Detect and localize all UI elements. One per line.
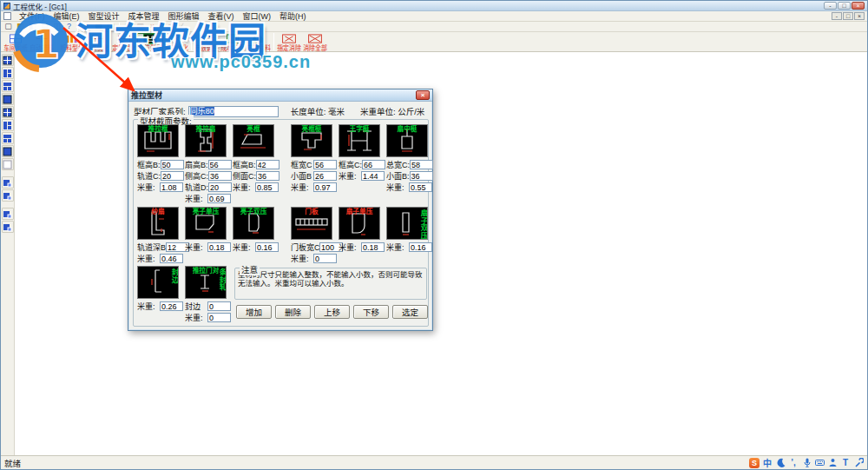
- profile-preview[interactable]: 亮框梃: [291, 124, 332, 157]
- parameter-input[interactable]: [410, 171, 433, 181]
- parameter-input[interactable]: [160, 182, 183, 192]
- profile-preview[interactable]: 王字梃: [339, 124, 380, 157]
- menu-item[interactable]: 成本管理: [124, 10, 164, 22]
- profile-preview[interactable]: 亮框: [233, 124, 274, 157]
- sogou-logo[interactable]: S: [749, 458, 760, 468]
- table-icon[interactable]: ▥: [135, 22, 146, 31]
- dialog-close-icon[interactable]: ×: [416, 90, 430, 100]
- parameter-input[interactable]: [410, 160, 433, 169]
- new-icon[interactable]: ▢: [3, 22, 14, 31]
- parameter-input[interactable]: [409, 182, 432, 192]
- window-type-button-9[interactable]: [2, 158, 14, 170]
- profile-preview[interactable]: 扇子双压: [386, 207, 428, 240]
- menu-item[interactable]: 帮助(H): [275, 10, 311, 22]
- window-type-button-3[interactable]: [2, 80, 14, 92]
- menu-item[interactable]: 窗口(W): [239, 10, 276, 22]
- zoom-icon[interactable]: ○: [164, 22, 175, 31]
- parameter-input[interactable]: [409, 242, 432, 252]
- person-icon[interactable]: [827, 458, 838, 468]
- parameter-input[interactable]: [256, 160, 279, 169]
- delete-button[interactable]: 删除: [275, 305, 311, 319]
- moon-icon[interactable]: [775, 458, 786, 468]
- parameter-input[interactable]: [208, 160, 232, 169]
- parameter-input[interactable]: [256, 171, 279, 181]
- window-type-button-1[interactable]: [2, 54, 14, 66]
- grid-icon[interactable]: ▦: [122, 22, 134, 31]
- menu-item[interactable]: 文件(F): [15, 10, 49, 22]
- parameter-input[interactable]: [361, 242, 385, 252]
- cut-icon[interactable]: ×: [81, 22, 92, 31]
- parameter-input[interactable]: [160, 254, 183, 263]
- add-button[interactable]: 增加: [236, 305, 272, 319]
- profile-preview[interactable]: 纱扇: [137, 207, 179, 240]
- wrench-icon[interactable]: [853, 458, 864, 468]
- profile-preview[interactable]: 门板: [291, 207, 332, 240]
- close-button[interactable]: ×: [852, 2, 865, 10]
- help-icon[interactable]: ?: [63, 22, 75, 31]
- parameter-input[interactable]: [362, 160, 385, 169]
- toolbar-button-workshop[interactable]: 车间图纸: [3, 33, 29, 53]
- toolbar-button-remove-all[interactable]: 消除全部: [302, 33, 328, 53]
- toolbar-button-scrap[interactable]: 断料型材: [59, 33, 85, 53]
- profile-preview[interactable]: 推拉扇: [185, 124, 227, 157]
- toolbar-button-cost[interactable]: 成本核算: [220, 33, 246, 53]
- parameter-input[interactable]: [160, 301, 183, 311]
- parameter-input[interactable]: [161, 160, 184, 169]
- mdi-restore-button[interactable]: □: [843, 12, 853, 20]
- parameter-input[interactable]: [161, 171, 184, 181]
- toolbar-button-remove-selected[interactable]: 指定消除: [276, 33, 302, 53]
- toolbar-button-clear[interactable]: 清空优化: [163, 33, 189, 53]
- profile-preview[interactable]: 推拉门对条封轧: [185, 266, 227, 299]
- chinese-mode-icon[interactable]: 中: [762, 458, 773, 468]
- window-type-button-5[interactable]: [2, 106, 14, 118]
- profile-preview[interactable]: 扇子单压: [339, 207, 380, 240]
- window-type-button-13[interactable]: [2, 221, 14, 233]
- menu-item[interactable]: 窗型设计: [84, 10, 124, 22]
- window-type-button-10[interactable]: [2, 176, 14, 189]
- window-type-button-7[interactable]: [2, 132, 14, 144]
- mic-icon[interactable]: [801, 458, 812, 468]
- parameter-input[interactable]: [255, 182, 279, 192]
- menu-item[interactable]: 查看(V): [204, 10, 239, 22]
- preview-icon[interactable]: ◫: [51, 22, 62, 31]
- window-type-button-2[interactable]: [2, 67, 14, 79]
- parameter-input[interactable]: [207, 301, 231, 311]
- open-icon[interactable]: ◩: [15, 22, 26, 31]
- mdi-close-button[interactable]: ×: [854, 12, 865, 20]
- parameter-input[interactable]: [207, 313, 231, 322]
- punctuation-icon[interactable]: ’,: [788, 458, 799, 468]
- parameter-input[interactable]: [313, 182, 337, 192]
- profile-preview[interactable]: 亮子双压: [233, 207, 274, 240]
- menu-item[interactable]: 图形编辑: [164, 10, 204, 22]
- profile-preview[interactable]: 亮子单压: [185, 207, 227, 240]
- toolbar-button-adjust[interactable]: 参数调整: [194, 33, 220, 53]
- minimize-button[interactable]: -: [824, 2, 837, 10]
- move-down-button[interactable]: 下移: [353, 305, 389, 319]
- skin-icon[interactable]: T: [840, 458, 851, 468]
- profile-preview[interactable]: 推拉框: [137, 124, 179, 157]
- copy-icon[interactable]: ▦: [93, 22, 104, 31]
- parameter-input[interactable]: [207, 242, 231, 252]
- parameter-input[interactable]: [255, 242, 279, 252]
- save-icon[interactable]: ◧: [27, 22, 38, 31]
- restore-button[interactable]: □: [838, 2, 851, 10]
- window-type-button-11[interactable]: [2, 189, 14, 202]
- select-button[interactable]: 选定: [392, 305, 428, 319]
- parameter-input[interactable]: [313, 254, 337, 263]
- toolbar-button-swap[interactable]: 工程换料: [246, 33, 272, 53]
- window-type-button-6[interactable]: [2, 119, 14, 131]
- toolbar-button-fixed[interactable]: 定尺优化: [111, 33, 137, 53]
- window-type-button-8[interactable]: [2, 145, 14, 157]
- window-type-button-12[interactable]: [2, 208, 14, 220]
- toolbar-button-six[interactable]: 6米优化: [85, 33, 111, 53]
- print-icon[interactable]: ▤: [39, 22, 50, 31]
- parameter-input[interactable]: [208, 182, 232, 192]
- parameter-input[interactable]: [208, 171, 232, 181]
- paste-icon[interactable]: ◪: [105, 22, 116, 31]
- keyboard-icon[interactable]: [814, 458, 825, 468]
- series-input[interactable]: 同乐80: [188, 106, 279, 117]
- window-type-button-4[interactable]: [2, 93, 14, 105]
- dialog-title-bar[interactable]: 推拉型材 ×: [128, 89, 432, 102]
- profile-preview[interactable]: 扇中梃: [386, 124, 428, 157]
- parameter-input[interactable]: [313, 160, 337, 169]
